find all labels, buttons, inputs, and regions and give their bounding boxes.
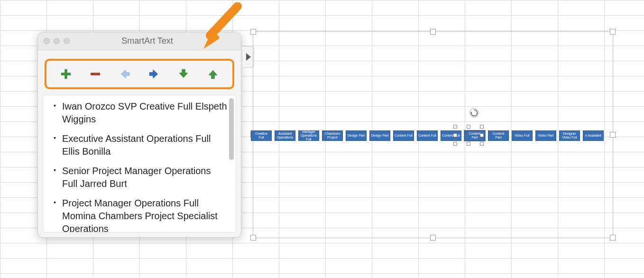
smartart-node[interactable]: Chambers Project [322, 130, 343, 141]
rotate-icon [469, 108, 479, 118]
smartart-node[interactable]: Design Part [369, 130, 390, 141]
resize-handle[interactable] [610, 29, 616, 35]
smartart-node[interactable]: Manager Operations Full [298, 130, 319, 141]
plus-icon [60, 68, 72, 80]
resize-handle[interactable] [480, 125, 484, 129]
resize-handle[interactable] [430, 235, 436, 241]
list-item[interactable]: Iwan Orozco SVP Creative Full Elspeth Wi… [55, 100, 227, 126]
resize-handle[interactable] [430, 29, 436, 35]
close-icon[interactable] [44, 38, 50, 44]
move-down-button[interactable] [175, 66, 192, 82]
smartart-node[interactable]: Creative Full [251, 130, 272, 141]
smartart-text-list[interactable]: Iwan Orozco SVP Creative Full Elspeth Wi… [55, 100, 227, 232]
smartart-node[interactable]: Designer Video Full [559, 130, 580, 141]
arrow-right-icon [148, 68, 160, 80]
list-item[interactable]: Senior Project Manager Operations Full J… [55, 165, 227, 190]
resize-handle[interactable] [467, 142, 470, 146]
smartart-node-row: Creative Full Assistant Operations Manag… [251, 130, 615, 141]
smartart-node[interactable]: n Assistant [583, 130, 604, 141]
smartart-node[interactable]: Content Full [393, 130, 414, 141]
panel-titlebar[interactable]: SmartArt Text [38, 32, 241, 50]
arrow-down-icon [177, 68, 190, 80]
toolbar-highlight-box [45, 59, 234, 89]
chevron-right-icon [246, 53, 251, 61]
promote-button[interactable] [117, 66, 133, 82]
arrow-left-icon [119, 68, 131, 80]
remove-shape-button[interactable] [87, 66, 103, 82]
resize-handle[interactable] [250, 29, 256, 35]
add-shape-button[interactable] [58, 66, 74, 82]
smartart-node[interactable]: Content Full [441, 130, 461, 141]
smartart-text-panel: SmartArt Text [37, 32, 241, 238]
list-item[interactable]: Executive Assistant Operations Full Elli… [55, 132, 227, 158]
smartart-node[interactable]: Content Part [488, 130, 509, 141]
resize-handle[interactable] [480, 142, 484, 146]
smartart-node[interactable]: Video Part [535, 130, 556, 141]
resize-handle[interactable] [453, 142, 457, 146]
smartart-canvas[interactable]: Creative Full Assistant Operations Manag… [253, 31, 613, 238]
resize-handle[interactable] [453, 125, 457, 129]
minus-icon [89, 68, 101, 80]
list-item[interactable]: Project Manager Operations Full Momina C… [55, 197, 227, 232]
move-up-button[interactable] [205, 66, 221, 82]
svg-rect-0 [91, 73, 100, 75]
smartart-node-selected[interactable]: Content Part [464, 130, 485, 141]
scrollbar-thumb[interactable] [229, 98, 234, 160]
smartart-node[interactable]: Video Full [512, 130, 533, 141]
demote-button[interactable] [146, 66, 162, 82]
smartart-node[interactable]: Content Full [417, 130, 438, 141]
smartart-text-list-body[interactable]: Iwan Orozco SVP Creative Full Elspeth Wi… [43, 95, 236, 232]
resize-handle[interactable] [610, 235, 616, 241]
smartart-node[interactable]: Assistant Operations [275, 130, 295, 141]
arrow-up-icon [207, 68, 219, 80]
resize-handle[interactable] [467, 125, 470, 129]
smartart-node[interactable]: Design Part [346, 130, 367, 141]
rotate-handle[interactable] [469, 108, 479, 118]
resize-handle[interactable] [250, 235, 256, 241]
panel-title: SmartArt Text [59, 36, 235, 46]
